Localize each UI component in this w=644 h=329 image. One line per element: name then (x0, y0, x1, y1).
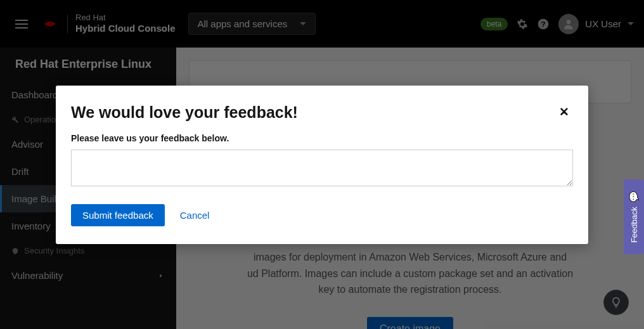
feedback-side-tab[interactable]: Feedback 💬 (624, 179, 644, 254)
feedback-modal: We would love your feedback! ✕ Please le… (56, 86, 588, 244)
chat-icon: 💬 (629, 191, 640, 202)
cancel-link[interactable]: Cancel (180, 210, 210, 221)
modal-title: We would love your feedback! (71, 103, 298, 122)
feedback-label: Please leave us your feedback below. (71, 133, 573, 143)
feedback-tab-label: Feedback (629, 207, 639, 243)
close-icon[interactable]: ✕ (555, 103, 573, 120)
submit-feedback-button[interactable]: Submit feedback (71, 204, 165, 226)
feedback-textarea[interactable] (71, 150, 573, 186)
